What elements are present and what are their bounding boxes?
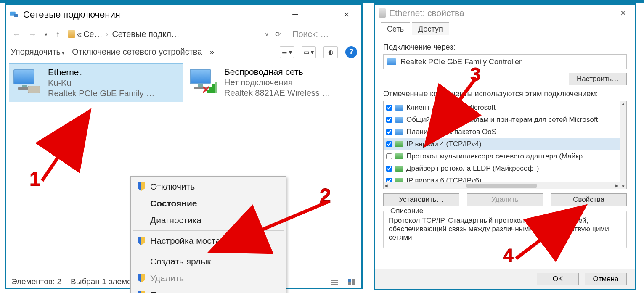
menu-item: Удалить: [133, 270, 284, 287]
component-checkbox[interactable]: [386, 117, 392, 123]
ok-button[interactable]: OK: [537, 273, 579, 285]
cancel-button[interactable]: Отмена: [585, 273, 627, 285]
close-button[interactable]: ✕: [615, 5, 631, 21]
connection-status: Ku-Ku: [48, 78, 154, 88]
details-view-button[interactable]: [330, 278, 339, 285]
connect-via-label: Подключение через:: [383, 43, 627, 52]
component-checkbox[interactable]: [386, 105, 392, 111]
context-menu: ОтключитьСостояниеДиагностикаНастройка м…: [130, 176, 286, 293]
component-icon: [395, 153, 403, 159]
view-large-button[interactable]: ▭ ▾: [302, 46, 316, 58]
component-item[interactable]: Протокол мультиплексора сетевого адаптер…: [384, 150, 620, 162]
shield-icon: [138, 182, 145, 191]
shield-icon: [138, 237, 145, 245]
connection-name: Ethernet: [48, 67, 154, 77]
component-icon: [395, 105, 403, 111]
description-label: Описание: [388, 207, 426, 215]
maximize-button[interactable]: ☐: [311, 7, 330, 23]
search-input[interactable]: Поиск: …: [289, 27, 358, 41]
network-connections-window: Сетевые подключения ─ ☐ ✕ ← → ∨ ↑ « Се… …: [5, 3, 363, 289]
install-button[interactable]: Установить…: [383, 193, 459, 206]
help-button[interactable]: ?: [345, 46, 357, 58]
recent-button[interactable]: ∨: [42, 31, 50, 37]
refresh-button[interactable]: ⟳: [273, 30, 283, 38]
component-item[interactable]: Клиент для сетей Microsoft: [384, 101, 620, 114]
close-button[interactable]: ✕: [337, 7, 355, 23]
adapter-icon: [379, 8, 386, 18]
component-item[interactable]: Планировщик пакетов QoS: [384, 126, 620, 138]
titlebar[interactable]: Сетевые подключения ─ ☐ ✕: [6, 5, 361, 25]
component-icon: [395, 166, 403, 172]
svg-rect-1: [14, 14, 18, 17]
menu-item[interactable]: Диагностика: [133, 212, 284, 229]
up-button[interactable]: ↑: [53, 29, 62, 39]
marker-3: 3: [470, 64, 480, 85]
window-icon: [10, 10, 19, 19]
connection-item-ethernet[interactable]: EthernetKu-KuRealtek PCIe GbE Family …: [9, 63, 183, 102]
shield-icon: [138, 274, 145, 282]
component-label: Планировщик пакетов QoS: [406, 128, 496, 136]
toolbar-more[interactable]: »: [209, 47, 214, 57]
svg-rect-2: [331, 280, 338, 281]
breadcrumb-root[interactable]: Се…: [83, 29, 103, 39]
menu-item[interactable]: Создать ярлык: [133, 253, 284, 270]
component-icon: [395, 141, 403, 147]
component-item[interactable]: Общий доступ к файлам и принтерам для се…: [384, 114, 620, 126]
breadcrumb-drop[interactable]: ∨: [262, 31, 271, 37]
nic-icon: [387, 58, 396, 65]
disable-device-button[interactable]: Отключение сетевого устройства: [72, 47, 202, 57]
status-selected: Выбран 1 элемент: [71, 277, 140, 286]
adapter-field[interactable]: Realtek PCIe GbE Family Controller: [383, 54, 627, 69]
svg-rect-6: [352, 279, 355, 282]
connection-item-беспроводная сеть[interactable]: ✕Беспроводная сетьНет подключенияRealtek…: [186, 63, 360, 101]
breadcrumb[interactable]: « Се… › Сетевые подкл… ∨ ⟳: [65, 27, 286, 41]
blank-icon: [138, 257, 145, 266]
component-label: IP версии 4 (TCP/IPv4): [406, 140, 482, 148]
forward-button[interactable]: →: [26, 29, 39, 39]
connection-status: Нет подключения: [224, 78, 330, 87]
component-checkbox[interactable]: [386, 129, 392, 135]
svg-rect-8: [352, 282, 355, 285]
configure-button[interactable]: Настроить…: [569, 73, 627, 85]
tab-network[interactable]: Сеть: [381, 22, 410, 35]
component-checkbox[interactable]: [386, 166, 392, 172]
menu-item[interactable]: Отключить: [133, 178, 284, 195]
component-label: Драйвер протокола LLDP (Майкрософт): [406, 164, 539, 173]
component-label: Клиент для сетей Microsoft: [406, 103, 496, 112]
connection-adapter: Realtek 8821AE Wireless …: [224, 88, 330, 98]
connection-icon: [13, 67, 42, 96]
menu-item[interactable]: Переименовать: [133, 287, 284, 293]
chevron-icon[interactable]: ›: [104, 31, 111, 37]
toolbar: Упорядочить Отключение сетевого устройст…: [6, 43, 361, 61]
dialog-title: Ethernet: свойства: [389, 8, 464, 18]
minimize-button[interactable]: ─: [286, 7, 304, 23]
blank-icon: [138, 199, 145, 208]
dialog-titlebar[interactable]: Ethernet: свойства ✕: [375, 5, 635, 21]
menu-item[interactable]: Состояние: [133, 195, 284, 212]
component-icon: [395, 117, 403, 123]
view-small-button[interactable]: ☰ ▾: [280, 46, 294, 58]
description-text: Протокол TCP/IP. Стандартный протокол гл…: [389, 216, 621, 242]
connection-name: Беспроводная сеть: [224, 67, 330, 77]
marker-1: 1: [29, 167, 41, 190]
breadcrumb-current[interactable]: Сетевые подкл…: [112, 29, 179, 39]
svg-rect-5: [348, 279, 351, 282]
component-checkbox[interactable]: [386, 153, 392, 159]
back-button[interactable]: ←: [10, 29, 23, 39]
properties-button[interactable]: Свойства: [551, 193, 627, 206]
vertical-scrollbar[interactable]: ▲▼: [620, 101, 626, 189]
tab-sharing[interactable]: Доступ: [412, 22, 449, 35]
organize-menu[interactable]: Упорядочить: [11, 47, 64, 57]
menu-item[interactable]: Настройка моста: [133, 232, 284, 249]
preview-pane-button[interactable]: ◐: [323, 46, 338, 58]
horizontal-scrollbar[interactable]: ◀▶: [384, 182, 620, 189]
component-item[interactable]: IP версии 4 (TCP/IPv4): [384, 138, 620, 150]
icons-view-button[interactable]: [348, 278, 356, 285]
svg-rect-3: [331, 282, 338, 283]
component-checkbox[interactable]: [386, 141, 392, 147]
address-row: ← → ∨ ↑ « Се… › Сетевые подкл… ∨ ⟳ Поиск…: [6, 25, 361, 43]
components-list[interactable]: Клиент для сетей MicrosoftОбщий доступ к…: [383, 101, 627, 189]
connection-adapter: Realtek PCIe GbE Family …: [48, 89, 154, 98]
component-item[interactable]: Драйвер протокола LLDP (Майкрософт): [384, 162, 620, 174]
component-label: Общий доступ к файлам и принтерам для се…: [406, 116, 598, 124]
